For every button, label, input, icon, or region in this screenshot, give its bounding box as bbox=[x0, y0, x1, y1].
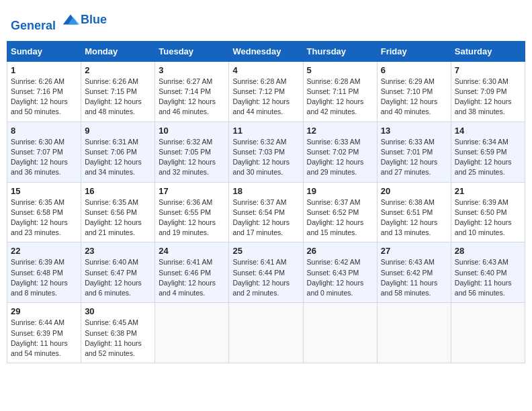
calendar-cell: 11 Sunrise: 6:32 AM Sunset: 7:03 PM Dayl… bbox=[229, 122, 303, 182]
calendar-week-row: 15 Sunrise: 6:35 AM Sunset: 6:58 PM Dayl… bbox=[7, 182, 525, 242]
day-number: 1 bbox=[11, 65, 77, 75]
day-info: Sunrise: 6:30 AM Sunset: 7:09 PM Dayligh… bbox=[455, 77, 521, 118]
calendar-cell bbox=[377, 303, 451, 363]
day-info: Sunrise: 6:39 AM Sunset: 6:48 PM Dayligh… bbox=[11, 257, 77, 298]
calendar-week-row: 22 Sunrise: 6:39 AM Sunset: 6:48 PM Dayl… bbox=[7, 242, 525, 303]
day-number: 20 bbox=[381, 186, 447, 196]
day-number: 27 bbox=[381, 246, 447, 256]
day-number: 24 bbox=[159, 246, 225, 256]
day-number: 11 bbox=[232, 126, 299, 136]
day-number: 18 bbox=[232, 186, 299, 196]
calendar-week-row: 1 Sunrise: 6:26 AM Sunset: 7:16 PM Dayli… bbox=[7, 61, 525, 122]
calendar-cell: 20 Sunrise: 6:38 AM Sunset: 6:51 PM Dayl… bbox=[377, 182, 451, 242]
day-info: Sunrise: 6:36 AM Sunset: 6:55 PM Dayligh… bbox=[159, 197, 225, 238]
calendar-cell: 29 Sunrise: 6:44 AM Sunset: 6:39 PM Dayl… bbox=[7, 303, 81, 363]
calendar-cell: 22 Sunrise: 6:39 AM Sunset: 6:48 PM Dayl… bbox=[7, 242, 81, 303]
day-number: 29 bbox=[11, 306, 77, 316]
calendar-cell: 19 Sunrise: 6:37 AM Sunset: 6:52 PM Dayl… bbox=[303, 182, 377, 242]
day-number: 30 bbox=[85, 306, 151, 316]
day-number: 9 bbox=[85, 126, 151, 136]
day-info: Sunrise: 6:42 AM Sunset: 6:43 PM Dayligh… bbox=[307, 257, 373, 298]
calendar-cell: 9 Sunrise: 6:31 AM Sunset: 7:06 PM Dayli… bbox=[81, 122, 155, 182]
day-number: 5 bbox=[307, 65, 373, 75]
calendar-cell: 30 Sunrise: 6:45 AM Sunset: 6:38 PM Dayl… bbox=[81, 303, 155, 363]
day-info: Sunrise: 6:44 AM Sunset: 6:39 PM Dayligh… bbox=[11, 318, 77, 359]
calendar-cell: 17 Sunrise: 6:36 AM Sunset: 6:55 PM Dayl… bbox=[155, 182, 229, 242]
day-number: 2 bbox=[85, 65, 151, 75]
calendar-cell: 18 Sunrise: 6:37 AM Sunset: 6:54 PM Dayl… bbox=[229, 182, 303, 242]
day-number: 8 bbox=[11, 126, 77, 136]
calendar-cell: 24 Sunrise: 6:41 AM Sunset: 6:46 PM Dayl… bbox=[155, 242, 229, 303]
column-header-sunday: Sunday bbox=[7, 41, 81, 61]
day-info: Sunrise: 6:32 AM Sunset: 7:03 PM Dayligh… bbox=[232, 137, 299, 178]
day-info: Sunrise: 6:41 AM Sunset: 6:44 PM Dayligh… bbox=[232, 257, 299, 298]
column-header-saturday: Saturday bbox=[451, 41, 525, 61]
calendar-cell bbox=[303, 303, 377, 363]
day-info: Sunrise: 6:28 AM Sunset: 7:12 PM Dayligh… bbox=[232, 77, 299, 118]
day-number: 6 bbox=[381, 65, 447, 75]
day-info: Sunrise: 6:39 AM Sunset: 6:50 PM Dayligh… bbox=[455, 197, 521, 238]
calendar-cell: 13 Sunrise: 6:33 AM Sunset: 7:01 PM Dayl… bbox=[377, 122, 451, 182]
day-info: Sunrise: 6:41 AM Sunset: 6:46 PM Dayligh… bbox=[159, 257, 225, 298]
calendar-cell: 3 Sunrise: 6:27 AM Sunset: 7:14 PM Dayli… bbox=[155, 61, 229, 122]
calendar-cell: 26 Sunrise: 6:42 AM Sunset: 6:43 PM Dayl… bbox=[303, 242, 377, 303]
calendar-table: SundayMondayTuesdayWednesdayThursdayFrid… bbox=[7, 41, 525, 363]
day-info: Sunrise: 6:45 AM Sunset: 6:38 PM Dayligh… bbox=[85, 318, 151, 359]
day-info: Sunrise: 6:35 AM Sunset: 6:58 PM Dayligh… bbox=[11, 197, 77, 238]
day-info: Sunrise: 6:35 AM Sunset: 6:56 PM Dayligh… bbox=[85, 197, 151, 238]
calendar-cell: 10 Sunrise: 6:32 AM Sunset: 7:05 PM Dayl… bbox=[155, 122, 229, 182]
day-info: Sunrise: 6:34 AM Sunset: 6:59 PM Dayligh… bbox=[455, 137, 521, 178]
day-info: Sunrise: 6:28 AM Sunset: 7:11 PM Dayligh… bbox=[307, 77, 373, 118]
calendar-cell: 7 Sunrise: 6:30 AM Sunset: 7:09 PM Dayli… bbox=[451, 61, 525, 122]
calendar-cell bbox=[155, 303, 229, 363]
day-number: 3 bbox=[159, 65, 225, 75]
page-header: General Blue bbox=[7, 7, 525, 36]
calendar-cell: 15 Sunrise: 6:35 AM Sunset: 6:58 PM Dayl… bbox=[7, 182, 81, 242]
calendar-cell: 1 Sunrise: 6:26 AM Sunset: 7:16 PM Dayli… bbox=[7, 61, 81, 122]
calendar-cell: 27 Sunrise: 6:43 AM Sunset: 6:42 PM Dayl… bbox=[377, 242, 451, 303]
day-number: 19 bbox=[307, 186, 373, 196]
calendar-cell: 23 Sunrise: 6:40 AM Sunset: 6:47 PM Dayl… bbox=[81, 242, 155, 303]
day-number: 13 bbox=[381, 126, 447, 136]
day-info: Sunrise: 6:43 AM Sunset: 6:40 PM Dayligh… bbox=[455, 257, 521, 298]
day-number: 21 bbox=[455, 186, 521, 196]
day-number: 12 bbox=[307, 126, 373, 136]
day-number: 10 bbox=[159, 126, 225, 136]
day-number: 14 bbox=[455, 126, 521, 136]
calendar-cell: 6 Sunrise: 6:29 AM Sunset: 7:10 PM Dayli… bbox=[377, 61, 451, 122]
day-number: 22 bbox=[11, 246, 77, 256]
day-number: 15 bbox=[11, 186, 77, 196]
logo-general: General bbox=[11, 19, 56, 32]
logo: General Blue bbox=[11, 9, 107, 33]
calendar-week-row: 8 Sunrise: 6:30 AM Sunset: 7:07 PM Dayli… bbox=[7, 122, 525, 182]
calendar-cell: 12 Sunrise: 6:33 AM Sunset: 7:02 PM Dayl… bbox=[303, 122, 377, 182]
day-info: Sunrise: 6:27 AM Sunset: 7:14 PM Dayligh… bbox=[159, 77, 225, 118]
column-header-monday: Monday bbox=[81, 41, 155, 61]
calendar-cell: 8 Sunrise: 6:30 AM Sunset: 7:07 PM Dayli… bbox=[7, 122, 81, 182]
day-info: Sunrise: 6:33 AM Sunset: 7:02 PM Dayligh… bbox=[307, 137, 373, 178]
calendar-cell bbox=[451, 303, 525, 363]
day-number: 17 bbox=[159, 186, 225, 196]
day-number: 4 bbox=[232, 65, 299, 75]
day-info: Sunrise: 6:26 AM Sunset: 7:15 PM Dayligh… bbox=[85, 77, 151, 118]
logo-blue: Blue bbox=[81, 13, 107, 27]
day-number: 25 bbox=[232, 246, 299, 256]
calendar-week-row: 29 Sunrise: 6:44 AM Sunset: 6:39 PM Dayl… bbox=[7, 303, 525, 363]
calendar-cell: 4 Sunrise: 6:28 AM Sunset: 7:12 PM Dayli… bbox=[229, 61, 303, 122]
calendar-cell: 16 Sunrise: 6:35 AM Sunset: 6:56 PM Dayl… bbox=[81, 182, 155, 242]
day-info: Sunrise: 6:26 AM Sunset: 7:16 PM Dayligh… bbox=[11, 77, 77, 118]
day-number: 26 bbox=[307, 246, 373, 256]
day-info: Sunrise: 6:37 AM Sunset: 6:54 PM Dayligh… bbox=[232, 197, 299, 238]
day-info: Sunrise: 6:40 AM Sunset: 6:47 PM Dayligh… bbox=[85, 257, 151, 298]
calendar-cell: 28 Sunrise: 6:43 AM Sunset: 6:40 PM Dayl… bbox=[451, 242, 525, 303]
day-info: Sunrise: 6:33 AM Sunset: 7:01 PM Dayligh… bbox=[381, 137, 447, 178]
column-header-wednesday: Wednesday bbox=[229, 41, 303, 61]
day-info: Sunrise: 6:43 AM Sunset: 6:42 PM Dayligh… bbox=[381, 257, 447, 298]
calendar-cell: 21 Sunrise: 6:39 AM Sunset: 6:50 PM Dayl… bbox=[451, 182, 525, 242]
calendar-cell: 14 Sunrise: 6:34 AM Sunset: 6:59 PM Dayl… bbox=[451, 122, 525, 182]
day-info: Sunrise: 6:37 AM Sunset: 6:52 PM Dayligh… bbox=[307, 197, 373, 238]
calendar-cell: 2 Sunrise: 6:26 AM Sunset: 7:15 PM Dayli… bbox=[81, 61, 155, 122]
calendar-cell: 5 Sunrise: 6:28 AM Sunset: 7:11 PM Dayli… bbox=[303, 61, 377, 122]
day-number: 7 bbox=[455, 65, 521, 75]
day-number: 16 bbox=[85, 186, 151, 196]
